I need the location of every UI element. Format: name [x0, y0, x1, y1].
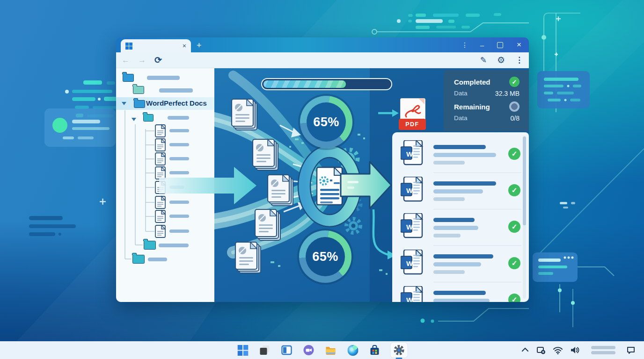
folder-name-placeholder [147, 76, 180, 80]
store-icon[interactable] [369, 344, 381, 356]
svg-text:W: W [406, 150, 413, 158]
svg-text:W: W [406, 223, 413, 231]
file-explorer-icon[interactable] [325, 344, 337, 356]
folder-icon [144, 241, 156, 250]
progress-bar [261, 78, 392, 90]
file-line-placeholder [433, 189, 483, 194]
file-line-placeholder [433, 226, 478, 230]
file-line-placeholder [433, 161, 465, 165]
browser-tab[interactable]: × [121, 39, 191, 52]
more-icon[interactable]: ⋮ [515, 56, 523, 64]
file-name-placeholder[interactable] [169, 186, 184, 189]
completed-data-label: Data [454, 90, 468, 97]
file-name-placeholder[interactable] [169, 201, 189, 204]
converted-file-row[interactable]: W ✓ [392, 177, 529, 213]
browser-window: × + ⋮ – × ← → ⟳ ✎ ⚙ ⋮ [116, 37, 529, 302]
selected-folder-label: WordPerfect Docs [146, 99, 207, 107]
progress-ring-top: 65% [300, 96, 352, 148]
file-title-placeholder [433, 291, 486, 295]
progress-ring-top-value: 65% [313, 115, 339, 129]
tab-close-icon[interactable]: × [183, 43, 186, 49]
svg-text:W: W [406, 296, 413, 302]
progress-bar-fill [263, 80, 346, 88]
file-name-placeholder[interactable] [169, 171, 189, 174]
converted-file-row[interactable]: W ✓ [392, 286, 529, 302]
converted-files-panel: W ✓ W ✓ W [392, 132, 529, 302]
back-icon[interactable]: ← [122, 56, 130, 64]
converting-document [317, 167, 342, 205]
check-icon: ✓ [508, 221, 520, 233]
task-view-icon[interactable] [259, 344, 271, 356]
start-button[interactable] [237, 344, 249, 356]
completed-data-value: 32.3 MB [481, 90, 520, 97]
row-divider [433, 172, 521, 173]
minimize-button[interactable]: – [475, 37, 489, 52]
remaining-title: Remaining [454, 103, 490, 111]
file-name-placeholder[interactable] [169, 157, 189, 160]
converted-file-row[interactable]: W ✓ [392, 213, 529, 250]
word-file-icon: W [401, 286, 423, 302]
remaining-status-icon [509, 101, 520, 112]
file-title-placeholder [433, 181, 496, 186]
completed-check-icon: ✓ [509, 77, 520, 87]
tray-chevron-up-icon[interactable] [521, 346, 529, 354]
folder-name-placeholder [168, 116, 189, 120]
svg-text:W: W [406, 259, 413, 267]
chevron-down-icon[interactable] [122, 102, 126, 105]
taskbar [0, 341, 644, 359]
settings-icon-active[interactable] [391, 343, 408, 358]
clock-placeholder[interactable] [591, 346, 615, 354]
file-title-placeholder [433, 218, 475, 222]
remaining-data-value: 0/8 [490, 115, 520, 122]
folder-icon [143, 114, 154, 122]
file-title-placeholder [433, 145, 486, 149]
file-name-placeholder[interactable] [169, 230, 189, 233]
converted-file-row[interactable]: W ✓ [392, 250, 529, 286]
converted-file-row[interactable]: W ✓ [392, 140, 529, 177]
volume-icon[interactable] [570, 345, 580, 355]
file-name-placeholder[interactable] [169, 129, 189, 132]
file-line-placeholder [433, 153, 496, 157]
file-title-placeholder [433, 254, 493, 258]
widgets-icon[interactable] [281, 344, 293, 356]
new-tab-button[interactable]: + [197, 41, 202, 50]
tray-device-icon[interactable] [536, 345, 546, 355]
pdf-file-icon: PDF [399, 98, 426, 133]
word-file-icon: W [401, 140, 423, 165]
browser-toolbar: ← → ⟳ ✎ ⚙ ⋮ [116, 52, 529, 68]
wifi-icon[interactable] [553, 345, 563, 355]
maximize-button[interactable] [493, 37, 507, 52]
window-menu-icon[interactable]: ⋮ [458, 37, 472, 52]
folder-icon [132, 255, 145, 264]
gear-icon[interactable]: ⚙ [497, 56, 505, 65]
title-bar[interactable]: × + ⋮ – × [116, 37, 529, 52]
forward-icon[interactable]: → [138, 56, 146, 64]
windows-logo-icon [125, 43, 132, 50]
word-file-icon: W [401, 213, 423, 238]
file-name-placeholder[interactable] [169, 143, 189, 146]
close-button[interactable]: × [512, 37, 526, 52]
svg-text:W: W [406, 187, 413, 194]
scrollbar-thumb[interactable] [523, 136, 526, 225]
acrobat-logo [403, 103, 422, 119]
check-icon: ✓ [508, 184, 520, 196]
word-file-icon: W [401, 177, 423, 202]
file-line-placeholder [433, 270, 465, 274]
refresh-icon[interactable]: ⟳ [154, 56, 162, 65]
row-divider [433, 209, 521, 209]
pdf-label: PDF [399, 119, 426, 130]
chevron-down-icon[interactable] [132, 118, 136, 121]
file-line-placeholder [433, 197, 465, 201]
edge-browser-icon[interactable] [347, 344, 359, 356]
notification-bubble-icon[interactable] [626, 345, 636, 355]
file-name-placeholder[interactable] [169, 215, 189, 218]
taskbar-center-icons [237, 341, 408, 359]
remaining-data-label: Data [454, 115, 468, 122]
chat-icon[interactable] [303, 344, 315, 356]
progress-ring-bottom: 65% [299, 230, 351, 283]
folder-name-placeholder [159, 88, 193, 93]
edit-icon[interactable]: ✎ [480, 56, 487, 64]
check-icon: ✓ [508, 294, 520, 302]
file-line-placeholder [433, 234, 461, 237]
folder-icon [133, 86, 144, 94]
